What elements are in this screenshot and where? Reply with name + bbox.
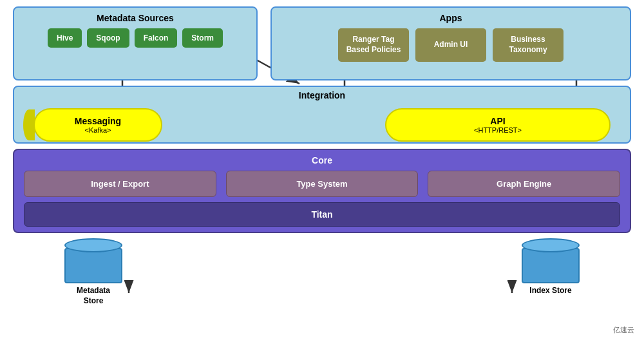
app-buttons: Ranger TagBased Policies Admin UI Busine… [279, 28, 622, 62]
metadata-buttons: Hive Sqoop Falcon Storm [22, 28, 249, 48]
hive-button[interactable]: Hive [48, 28, 82, 48]
sqoop-button[interactable]: Sqoop [87, 28, 129, 48]
core-title: Core [24, 155, 620, 165]
integration-row: Integration Messaging <Kafka> API <HTTP/… [13, 86, 631, 144]
metadata-store-cylinder [64, 238, 122, 283]
metadata-store-label: MetadataStore [77, 286, 110, 306]
watermark: 亿速云 [613, 325, 634, 335]
metadata-sources-box: Metadata Sources Hive Sqoop Falcon Storm [13, 6, 258, 80]
titan-bar: Titan [24, 202, 620, 227]
cylinder-decoration [23, 109, 35, 140]
metadata-store-item: MetadataStore [64, 238, 122, 306]
storm-button[interactable]: Storm [182, 28, 223, 48]
cylinder-top-metadata [64, 238, 122, 252]
api-subtitle: <HTTP/REST> [399, 126, 596, 134]
messaging-label: Messaging [48, 116, 148, 126]
cylinder-body-index [522, 248, 580, 283]
api-label: API [399, 116, 596, 126]
messaging-pill: Messaging <Kafka> [33, 108, 162, 142]
stores-row: MetadataStore Index Store [13, 238, 631, 306]
business-taxonomy-button[interactable]: BusinessTaxonomy [493, 28, 564, 62]
ingest-export-module: Ingest / Export [24, 171, 216, 197]
diagram-container: Metadata Sources Hive Sqoop Falcon Storm… [0, 0, 644, 340]
integration-flex: Messaging <Kafka> API <HTTP/REST> [27, 104, 617, 146]
metadata-sources-title: Metadata Sources [22, 13, 249, 23]
index-store-label: Index Store [529, 286, 571, 296]
apps-box: Apps Ranger TagBased Policies Admin UI B… [270, 6, 631, 80]
apps-title: Apps [279, 13, 622, 23]
ranger-tag-button[interactable]: Ranger TagBased Policies [338, 28, 409, 62]
admin-ui-button[interactable]: Admin UI [415, 28, 486, 62]
cylinder-body-metadata [64, 248, 122, 283]
api-pill: API <HTTP/REST> [385, 108, 611, 142]
integration-title: Integration [299, 90, 345, 100]
cylinder-top-index [522, 238, 580, 252]
messaging-subtitle: <Kafka> [48, 126, 148, 134]
type-system-module: Type System [226, 171, 419, 197]
core-row: Core Ingest / Export Type System Graph E… [13, 149, 631, 233]
index-store-cylinder [522, 238, 580, 283]
top-row: Metadata Sources Hive Sqoop Falcon Storm… [13, 6, 631, 80]
falcon-button[interactable]: Falcon [135, 28, 178, 48]
core-modules: Ingest / Export Type System Graph Engine [24, 171, 620, 197]
index-store-item: Index Store [522, 238, 580, 306]
graph-engine-module: Graph Engine [428, 171, 620, 197]
